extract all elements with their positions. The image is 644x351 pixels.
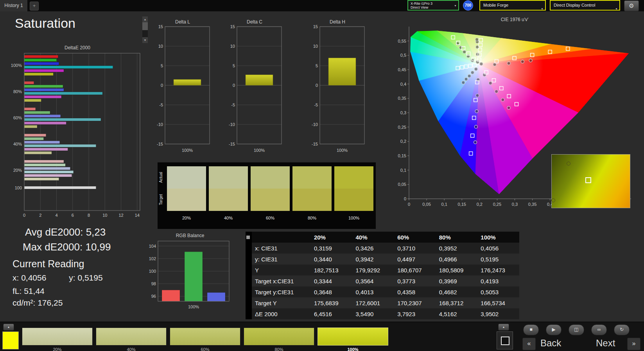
- pattern-patch-label: 60%: [170, 347, 240, 351]
- pattern-fullscreen-button[interactable]: [497, 331, 513, 349]
- table-body: x: CIE310,31590,34260,37100,39520,4056y:…: [246, 243, 519, 319]
- row-leader: [246, 275, 252, 286]
- y-tick-label: 0,45: [398, 67, 406, 72]
- rgb-balance-chart-title: RGB Balance: [141, 232, 239, 239]
- pattern-source-dropdown[interactable]: Mobile Forge ▼: [479, 0, 546, 11]
- de2000-bar: [24, 66, 113, 68]
- x-tick-label: 2: [39, 213, 41, 218]
- stop-button[interactable]: ■: [523, 324, 539, 335]
- top-bar: History 1 + X-Rite i1Pro 3 Direct View ▼…: [0, 0, 644, 11]
- y-tick-label: 5: [233, 63, 235, 68]
- pattern-patch-100%[interactable]: [318, 328, 388, 346]
- target-row-label: Target: [159, 189, 165, 211]
- history-tab[interactable]: History 1: [0, 0, 27, 11]
- pattern-window-button[interactable]: ◫: [569, 324, 584, 335]
- delta-c-chart: Delta C 151050-5-10-15100%: [225, 19, 284, 157]
- row-label: Target y:CIE31: [252, 286, 311, 297]
- y-tick-label: -15: [229, 142, 235, 146]
- chevron-down-icon: ▼: [541, 4, 544, 13]
- y-tick-label: -10: [157, 122, 163, 127]
- table-column-header: 20%: [311, 232, 353, 243]
- y-tick-label: 0,35: [398, 96, 406, 101]
- pattern-patch-60%[interactable]: [170, 328, 240, 346]
- transport-buttons: ■▶◫∞↻: [523, 324, 633, 335]
- x-tick-label: 0,2: [477, 202, 483, 207]
- target-swatch: [209, 189, 248, 211]
- fl-readout: fL: 51,44: [13, 286, 45, 296]
- next-button[interactable]: Next: [596, 338, 615, 349]
- x-tick-label: 6: [72, 213, 74, 218]
- row-label: Y: [252, 265, 311, 275]
- cie-chart: CIE 1976 u'v' 000,050,050,10,10,150,150,…: [392, 16, 637, 215]
- table-cell: 168,3712: [436, 297, 478, 308]
- rgb-bar-red: [162, 290, 180, 301]
- loop-button[interactable]: ↻: [614, 324, 630, 335]
- row-leader: [246, 308, 252, 319]
- measured-point: [471, 59, 474, 62]
- settings-gear-button[interactable]: ⚙: [624, 0, 639, 11]
- table-cell: 0,4013: [353, 286, 395, 297]
- de2000-bar: [24, 134, 46, 137]
- de2000-bar: [24, 167, 70, 170]
- next-arrow-button[interactable]: »: [627, 338, 640, 350]
- y-tick-label: 102: [149, 256, 156, 261]
- swatch-column-label: 40%: [209, 216, 248, 220]
- pattern-patch-80%[interactable]: [244, 328, 314, 346]
- display-control-dropdown[interactable]: Direct Display Control ▼: [550, 0, 620, 11]
- x-tick-label: 0: [408, 202, 410, 207]
- meter-dropdown[interactable]: X-Rite i1Pro 3 Direct View ▼: [407, 0, 459, 11]
- patch-list-scroll-up-right[interactable]: ▲: [498, 324, 509, 331]
- add-tab-button[interactable]: +: [30, 2, 39, 11]
- y-tick-label: 104: [149, 244, 156, 248]
- continuous-measure-button[interactable]: ∞: [591, 324, 607, 335]
- x-tick-label: 8: [88, 213, 90, 218]
- measured-point: [465, 77, 468, 81]
- table-cell: 180,6707: [394, 265, 436, 275]
- table-cell: 176,2473: [477, 265, 519, 275]
- table-cell: 0,3426: [353, 243, 395, 254]
- swatch-column-label: 60%: [251, 216, 290, 220]
- table-cell: 0,3344: [311, 275, 353, 286]
- table-cell: 0,4497: [394, 254, 436, 265]
- patch-list-scroll-up-left[interactable]: ▲: [3, 324, 14, 331]
- measured-point: [466, 55, 470, 58]
- table-cell: 6,4516: [311, 308, 353, 319]
- measured-point: [474, 125, 477, 128]
- delta-l-chart-title: Delta L: [153, 19, 212, 25]
- target-swatch: [167, 189, 206, 211]
- de2000-bar: [24, 137, 44, 140]
- rgb-svg: 1041021009896100%: [141, 239, 239, 313]
- panel-scrollbar[interactable]: ▲ ▼: [142, 16, 148, 43]
- scrollbar-thumb[interactable]: [142, 22, 148, 30]
- table-cell: 179,9292: [353, 265, 395, 275]
- pattern-patch-40%[interactable]: [96, 328, 167, 346]
- bottom-bar: ▲ 20%40%60%80%100% ▲ ■▶◫∞↻ « Back Next »: [0, 322, 644, 351]
- de2000-bar: [24, 125, 37, 128]
- play-button[interactable]: ▶: [546, 324, 561, 335]
- table-cell: 0,4358: [394, 286, 436, 297]
- scrollbar-up-button[interactable]: ▲: [142, 16, 148, 22]
- table-cell: 0,4056: [477, 243, 519, 254]
- display-control-label: Direct Display Control: [554, 3, 595, 7]
- x-tick-label: 12: [118, 213, 123, 218]
- group-label: 20%: [13, 168, 22, 173]
- meter-count-badge: 700: [463, 0, 473, 11]
- back-button[interactable]: Back: [540, 338, 561, 349]
- table-row: Target y:CIE310,36480,40130,43580,46820,…: [246, 286, 519, 297]
- pattern-patch-20%[interactable]: [22, 328, 93, 346]
- back-arrow-button[interactable]: «: [522, 338, 536, 350]
- measured-point: [480, 62, 483, 65]
- scrollbar-down-button[interactable]: ▼: [142, 37, 148, 43]
- delta-bar: [174, 79, 201, 85]
- measured-point: [474, 141, 477, 144]
- measured-point: [507, 62, 510, 65]
- y-tick-label: 5: [161, 63, 163, 68]
- category-label: 100%: [254, 148, 265, 153]
- y-tick-label: 10: [313, 44, 318, 49]
- y-tick-label: 15: [313, 25, 318, 29]
- table-cell: 0,5195: [477, 254, 519, 265]
- y-tick-label: -15: [312, 142, 318, 146]
- rgb-balance-chart: RGB Balance 1041021009896100%: [141, 232, 239, 315]
- y-tick-label: 0: [316, 83, 318, 88]
- pattern-window-icon: [501, 337, 509, 345]
